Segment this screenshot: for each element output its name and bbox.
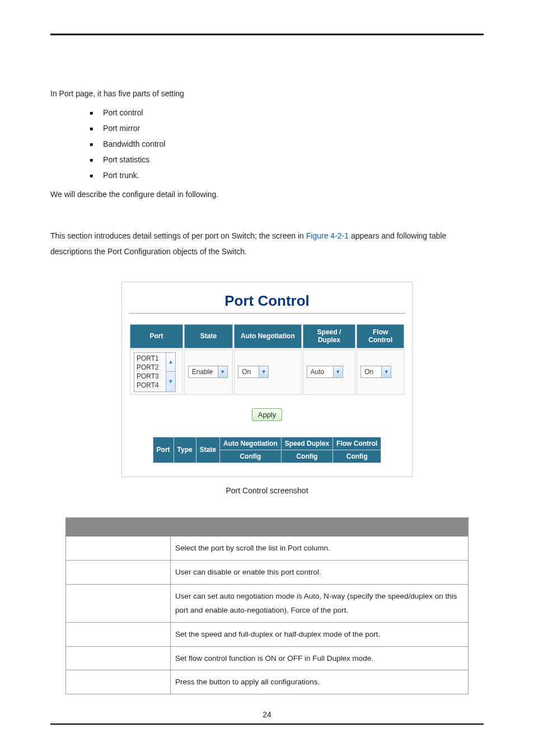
desc-label	[66, 670, 171, 694]
apply-row: Apply	[129, 408, 405, 421]
divider	[129, 313, 405, 314]
table-row: Select the port by scroll the list in Po…	[66, 536, 469, 561]
desc-label	[66, 560, 171, 584]
port-control-config-table: Port State Auto Negotiation Speed / Dupl…	[129, 323, 405, 396]
state-select[interactable]: Enable ▼	[188, 366, 228, 378]
desc-text: Select the port by scroll the list in Po…	[171, 536, 469, 561]
auto-neg-value: On	[238, 366, 259, 377]
desc-label	[66, 584, 171, 622]
col-header-auto-neg: Auto Negotiation	[234, 324, 301, 348]
col-subheader-config: Config	[281, 450, 332, 463]
port-option[interactable]: PORT2	[137, 363, 163, 372]
desc-label	[66, 646, 171, 670]
col-subheader-config: Config	[333, 450, 381, 463]
table-row: Set flow control function is ON or OFF i…	[66, 646, 469, 670]
speed-select[interactable]: Auto ▼	[307, 366, 343, 378]
desc-text: Set flow control function is ON or OFF i…	[171, 646, 469, 670]
desc-text: Set the speed and full-duplex or half-du…	[171, 622, 469, 646]
figure-link[interactable]: Figure 4-2-1	[306, 231, 349, 240]
screenshot-title: Port Control	[129, 292, 405, 310]
intro-follow: We will describe the configure detail in…	[50, 186, 484, 202]
chevron-down-icon: ▼	[218, 366, 227, 377]
port-control-screenshot: Port Control Port State Auto Negotiation…	[121, 282, 413, 477]
port-option[interactable]: PORT3	[137, 372, 163, 381]
col-header-port: Port	[130, 324, 183, 348]
chevron-down-icon[interactable]: ▼	[166, 372, 175, 391]
intro-lead: In Port page, it has five parts of setti…	[50, 86, 484, 101]
speed-value: Auto	[307, 366, 333, 377]
chevron-down-icon: ▼	[259, 366, 268, 377]
desc-header-text	[171, 518, 469, 536]
desc-label	[66, 536, 171, 561]
section-pre: This section introduces detail settings …	[50, 231, 306, 240]
figure-caption: Port Control screenshot	[50, 486, 484, 495]
bottom-rule	[50, 724, 484, 725]
table-row: Press the button to apply all configurat…	[66, 670, 469, 694]
chevron-down-icon: ▼	[381, 366, 391, 377]
port-list-select[interactable]: PORT1 PORT2 PORT3 PORT4 ▲ ▼	[134, 352, 176, 392]
intro-bullet-list: Port control Port mirror Bandwidth contr…	[90, 105, 484, 183]
col-header-flow-control: Flow Control	[357, 324, 404, 348]
desc-text: User can disable or enable this port con…	[171, 560, 469, 584]
col-subheader-config: Config	[220, 450, 282, 463]
port-list-scrollbar[interactable]: ▲ ▼	[166, 353, 175, 391]
screenshot-container: Port Control Port State Auto Negotiation…	[50, 282, 484, 477]
description-table: Select the port by scroll the list in Po…	[65, 517, 469, 694]
col-header-state: State	[196, 437, 219, 463]
apply-button[interactable]: Apply	[252, 408, 283, 421]
state-cell: Enable ▼	[184, 349, 233, 395]
section-intro: This section introduces detail settings …	[50, 228, 484, 259]
chevron-down-icon: ▼	[333, 366, 343, 377]
col-header-flow-control: Flow Control	[333, 437, 381, 450]
port-list-options: PORT1 PORT2 PORT3 PORT4	[134, 353, 166, 391]
state-value: Enable	[189, 366, 218, 377]
port-list-cell: PORT1 PORT2 PORT3 PORT4 ▲ ▼	[130, 349, 183, 395]
list-item: Port control	[90, 105, 484, 120]
flow-value: On	[361, 366, 381, 377]
port-option[interactable]: PORT1	[137, 354, 163, 363]
desc-text: Press the button to apply all configurat…	[171, 670, 469, 694]
speed-cell: Auto ▼	[303, 349, 356, 395]
col-header-port: Port	[153, 437, 174, 463]
desc-label	[66, 622, 171, 646]
port-option[interactable]: PORT4	[137, 381, 163, 390]
document-page: In Port page, it has five parts of setti…	[0, 0, 534, 747]
table-row: User can set auto negotiation mode is Au…	[66, 584, 469, 622]
flow-cell: On ▼	[357, 349, 404, 395]
desc-text: User can set auto negotiation mode is Au…	[171, 584, 469, 622]
port-status-table: Port Type State Auto Negotiation Speed D…	[153, 437, 382, 464]
list-item: Port trunk.	[90, 167, 484, 183]
auto-neg-select[interactable]: On ▼	[238, 366, 269, 378]
desc-header-label	[66, 518, 171, 536]
auto-neg-cell: On ▼	[234, 349, 301, 395]
page-number: 24	[50, 710, 484, 719]
col-header-state: State	[184, 324, 233, 348]
list-item: Bandwidth control	[90, 136, 484, 152]
col-header-auto-neg: Auto Negotiation	[220, 437, 282, 450]
col-header-type: Type	[174, 437, 196, 463]
col-header-speed-duplex: Speed / Duplex	[303, 324, 356, 348]
chevron-up-icon[interactable]: ▲	[166, 353, 175, 372]
table-row: Set the speed and full-duplex or half-du…	[66, 622, 469, 646]
top-rule	[50, 34, 484, 35]
col-header-speed-duplex: Speed Duplex	[281, 437, 332, 450]
list-item: Port statistics	[90, 152, 484, 167]
table-row: User can disable or enable this port con…	[66, 560, 469, 584]
table-header-row	[66, 518, 469, 536]
flow-select[interactable]: On ▼	[360, 366, 391, 378]
list-item: Port mirror	[90, 120, 484, 136]
